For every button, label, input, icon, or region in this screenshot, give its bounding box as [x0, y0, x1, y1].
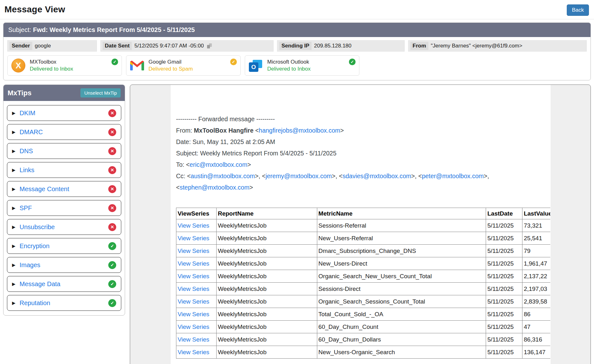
delivery-card[interactable]: X O Microsoft Outlook Delivered to Inbox… — [245, 55, 359, 76]
back-button[interactable]: Back — [567, 4, 589, 16]
metric-name-cell: Dmarc_Subscriptions_Change_DNS — [317, 245, 486, 257]
view-series-link[interactable]: View Series — [178, 336, 209, 343]
mxtip-label: DKIM — [20, 110, 35, 117]
subject-label: Subject: — [8, 26, 31, 33]
last-val-cell: 86,316 — [522, 333, 550, 346]
mxtip-item[interactable]: ▶ SPF ✕ — [7, 200, 121, 216]
view-series-link[interactable]: View Series — [178, 349, 209, 355]
column-header: LastValue — [522, 208, 550, 219]
unselect-mxtip-button[interactable]: Unselect MxTip — [80, 88, 121, 97]
mxtip-item[interactable]: ▶ Message Content ✕ — [7, 181, 121, 197]
mxtip-item[interactable]: ▶ Images ✓ — [7, 257, 121, 273]
caret-right-icon: ▶ — [12, 148, 16, 154]
sender-label: Sender — [9, 42, 32, 50]
report-name-cell: WeeklyMetricsJob — [216, 333, 317, 346]
caret-right-icon: ▶ — [12, 243, 16, 248]
email-subject-line: Subject: Weekly Metrics Report From 5/4/… — [176, 147, 551, 159]
mxtip-item[interactable]: ▶ Reputation ✓ — [7, 295, 121, 311]
table-row: View Series WeeklyMetricsJob New_Users-D… — [176, 257, 551, 270]
email-to-label: To: — [176, 161, 184, 168]
mxtip-label: Message Data — [20, 280, 60, 288]
last-val-cell: 25,541 — [522, 232, 550, 245]
metric-name-cell: Sessions-Referral — [317, 219, 486, 232]
last-val-cell: 2,197,03 — [522, 283, 550, 295]
delivery-check-icon: ✓ — [230, 59, 237, 65]
caret-right-icon: ▶ — [12, 110, 16, 116]
date-sent-value: 5/12/2025 9:47:07 AM -05:00 — [134, 43, 204, 49]
caret-right-icon: ▶ — [12, 224, 16, 229]
delivery-status: Delivered to Spam — [148, 66, 193, 72]
mxtip-status-icon: ✕ — [108, 147, 116, 155]
mxtip-status-icon: ✕ — [108, 109, 116, 117]
cc-email-link[interactable]: austin@mxtoolbox.com — [191, 173, 255, 179]
mxtips-sidebar: MxTips Unselect MxTip ▶ DKIM ✕ ▶ DMARC ✕… — [3, 85, 125, 316]
view-series-link[interactable]: View Series — [178, 273, 209, 279]
table-row: View Series WeeklyMetricsJob New_Users-O… — [176, 346, 551, 359]
metric-name-cell: 60_Day_Churn_Count — [317, 321, 486, 333]
message-body-panel: ---------- Forwarded message --------- F… — [130, 85, 591, 364]
mxtip-status-icon: ✕ — [108, 185, 116, 193]
mxtip-item[interactable]: ▶ Links ✕ — [7, 162, 121, 178]
from-value: "Jeremy Barnes" <jeremy@61f9.com> — [431, 43, 522, 49]
table-row: View Series WeeklyMetricsJob Dmarc_Subsc… — [176, 245, 551, 257]
delivery-card[interactable]: X O Google Gmail Delivered to Spam ✓ — [126, 55, 241, 76]
last-val-cell: 2,839,58 — [522, 295, 550, 308]
view-series-link[interactable]: View Series — [178, 248, 209, 254]
table-row: View Series WeeklyMetricsJob Sessions-Re… — [176, 219, 551, 232]
mxtip-status-icon: ✕ — [108, 166, 116, 174]
last-date-cell: 5/11/2025 — [486, 295, 522, 308]
table-row: View Series WeeklyMetricsJob 60_Day_Chur… — [176, 333, 551, 346]
cc-email-link[interactable]: jeremy@mxtoolbox.com — [266, 173, 332, 179]
view-series-link[interactable]: View Series — [178, 286, 209, 292]
mxtip-label: Images — [20, 261, 41, 269]
provider-name: Google Gmail — [148, 59, 193, 65]
last-val-cell: 79 — [522, 245, 550, 257]
table-row: View Series WeeklyMetricsJob Organic_Sea… — [176, 295, 551, 308]
view-series-link[interactable]: View Series — [178, 235, 209, 242]
metrics-table-wrap: ViewSeriesReportNameMetricNameLastDateLa… — [176, 208, 550, 359]
mxtip-status-icon: ✕ — [108, 128, 116, 136]
view-series-link[interactable]: View Series — [178, 311, 209, 317]
email-cc-line: Cc: <austin@mxtoolbox.com>, <jeremy@mxto… — [176, 170, 540, 193]
outlook-logo-icon: O — [249, 59, 263, 72]
view-series-link[interactable]: View Series — [178, 323, 209, 330]
caret-right-icon: ▶ — [12, 262, 16, 267]
message-summary-panel: Subject:Fwd: Weekly Metrics Report From … — [3, 22, 591, 80]
mxtip-item[interactable]: ▶ DNS ✕ — [7, 143, 121, 159]
sending-ip-label: Sending IP — [279, 42, 312, 50]
mxtip-label: DNS — [20, 147, 33, 155]
mxtip-label: Encryption — [20, 242, 50, 250]
caret-right-icon: ▶ — [12, 300, 16, 305]
cc-email-link[interactable]: peter@mxtoolbox.com — [422, 173, 483, 179]
mxtip-item[interactable]: ▶ Message Data ✓ — [7, 276, 121, 292]
meta-sender: Sender google — [7, 40, 97, 52]
view-series-link[interactable]: View Series — [178, 298, 209, 305]
last-date-cell: 5/11/2025 — [486, 346, 522, 359]
mxtip-item[interactable]: ▶ DKIM ✕ — [7, 105, 121, 121]
page-title: Message View — [4, 4, 65, 15]
provider-name: MXToolbox — [30, 59, 73, 65]
mxtip-status-icon: ✓ — [108, 280, 116, 288]
column-header: ReportName — [216, 208, 317, 219]
mxtip-item[interactable]: ▶ DMARC ✕ — [7, 124, 121, 140]
delivery-status: Delivered to Inbox — [267, 66, 311, 72]
caret-right-icon: ▶ — [12, 186, 16, 191]
mxtip-item[interactable]: ▶ Encryption ✓ — [7, 238, 121, 254]
report-name-cell: WeeklyMetricsJob — [216, 283, 317, 295]
report-name-cell: WeeklyMetricsJob — [216, 257, 317, 270]
sending-ip-value: 209.85.128.180 — [314, 43, 351, 49]
meta-sending-ip: Sending IP 209.85.128.180 — [277, 40, 405, 52]
caret-right-icon: ▶ — [12, 129, 16, 135]
mxtip-item[interactable]: ▶ Unsubscribe ✕ — [7, 219, 121, 235]
mxtip-status-icon: ✕ — [108, 204, 116, 212]
view-series-link[interactable]: View Series — [178, 260, 209, 267]
sender-value: google — [35, 43, 51, 49]
delivery-card[interactable]: X O MXToolbox Delivered to Inbox ✓ — [7, 55, 122, 76]
cc-email-link[interactable]: stephen@mxtoolbox.com — [180, 184, 249, 191]
table-row: View Series WeeklyMetricsJob Organic_Sea… — [176, 270, 551, 283]
copy-icon[interactable] — [207, 43, 212, 49]
from-email-link[interactable]: hangfirejobs@mxtoolbox.com — [259, 127, 340, 134]
to-email-link[interactable]: eric@mxtoolbox.com — [190, 161, 247, 168]
view-series-link[interactable]: View Series — [178, 222, 209, 229]
cc-email-link[interactable]: sdavies@mxtoolbox.com — [343, 173, 411, 179]
